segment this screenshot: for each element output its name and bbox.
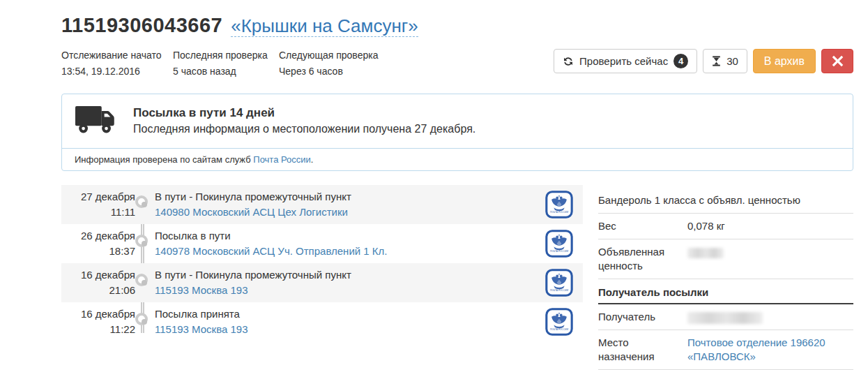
tracking-timeline: 27 декабря11:11 В пути - Покинула промеж… — [61, 185, 583, 370]
timeline-node — [135, 313, 148, 325]
event-status: Посылка в пути — [155, 228, 387, 244]
meta-last-check: Последняя проверка 5 часов назад — [173, 49, 279, 77]
event-status: В пути - Покинула промежуточный пункт — [155, 267, 351, 283]
event-datetime: 26 декабря18:37 — [61, 224, 135, 263]
meta-next-check: Следующая проверка Через 6 часов — [279, 49, 418, 77]
close-button[interactable] — [821, 49, 853, 73]
weight-row: Вес 0,078 кг — [598, 214, 853, 239]
recipient-name-redacted — [687, 312, 763, 324]
status-subtitle: Последняя информация о местоположении по… — [133, 123, 475, 135]
meta-tracking-started: Отслеживание начато 13:54, 19.12.2016 — [61, 49, 173, 77]
declared-value-row: Объявленная ценность — [598, 239, 853, 279]
check-count-badge: 4 — [673, 54, 688, 68]
check-now-button[interactable]: Проверить сейчас 4 — [554, 49, 697, 73]
russian-post-logo-icon[interactable]: ПОЧТА РОССИИ — [545, 230, 573, 258]
pochta-rossii-link[interactable]: Почта России — [253, 154, 311, 165]
weight-label: Вес — [598, 219, 687, 233]
meta-label: Отслеживание начато — [61, 49, 173, 61]
svg-text:ПОЧТА РОССИИ: ПОЧТА РОССИИ — [550, 289, 569, 292]
event-location-link[interactable]: 140978 Московский АСЦ Уч. Отправлений 1 … — [155, 244, 387, 259]
timeline-event: 16 декабря21:06 В пути - Покинула промеж… — [61, 263, 583, 302]
recipient-label: Получатель — [598, 310, 687, 324]
meta-value: 5 часов назад — [173, 65, 279, 77]
russian-post-logo-icon[interactable]: ПОЧТА РОССИИ — [545, 269, 573, 297]
timeline-event: 16 декабря11:22 Посылка принята 115193 М… — [61, 302, 583, 341]
meta-label: Последняя проверка — [173, 49, 279, 61]
footer-text: Информация проверена по сайтам служб — [75, 154, 253, 165]
timeline-node — [135, 235, 148, 247]
recipient-row: Получатель — [598, 304, 853, 330]
header-actions: Проверить сейчас 4 30 В архив — [554, 49, 853, 73]
svg-text:ПОЧТА РОССИИ: ПОЧТА РОССИИ — [550, 328, 569, 331]
close-icon — [831, 54, 844, 68]
archive-button[interactable]: В архив — [753, 49, 816, 73]
svg-text:ПОЧТА РОССИИ: ПОЧТА РОССИИ — [550, 211, 569, 214]
parcel-details-panel: Бандероль 1 класса с объявл. ценностью В… — [598, 188, 853, 370]
timer-value: 30 — [726, 55, 738, 67]
destination-link[interactable]: Почтовое отделение 196620 «ПАВЛОВСК» — [687, 336, 853, 364]
refresh-icon — [563, 56, 574, 67]
event-location-link[interactable]: 140980 Московский АСЦ Цех Логистики — [155, 205, 351, 220]
event-datetime: 27 декабря11:11 — [61, 185, 135, 224]
weight-value: 0,078 кг — [687, 219, 853, 233]
destination-label: Место назначения — [598, 336, 687, 364]
archive-label: В архив — [764, 55, 805, 68]
event-datetime: 16 декабря11:22 — [61, 302, 135, 341]
event-status: Посылка принята — [155, 306, 248, 322]
meta-value: Через 6 часов — [279, 65, 418, 77]
recipient-section-header: Получатель посылки — [598, 279, 853, 304]
meta-label: Следующая проверка — [279, 49, 418, 61]
timeline-node — [135, 274, 148, 286]
status-title: Посылка в пути 14 дней — [133, 106, 475, 120]
timeline-event: 27 декабря11:11 В пути - Покинула промеж… — [61, 185, 583, 224]
svg-text:ПОЧТА РОССИИ: ПОЧТА РОССИИ — [550, 250, 569, 253]
status-box: Посылка в пути 14 дней Последняя информа… — [61, 94, 853, 171]
event-status: В пути - Покинула промежуточный пункт — [155, 189, 351, 205]
tracking-number: 11519306043667 — [61, 14, 222, 37]
tracking-page: 11519306043667 «Крышки на Самсунг» Отсле… — [0, 0, 868, 370]
truck-icon — [75, 103, 118, 138]
meta-value: 13:54, 19.12.2016 — [61, 65, 173, 77]
status-footer: Информация проверена по сайтам служб Поч… — [62, 148, 853, 170]
parcel-type: Бандероль 1 класса с объявл. ценностью — [598, 193, 800, 207]
russian-post-logo-icon[interactable]: ПОЧТА РОССИИ — [545, 191, 573, 219]
event-datetime: 16 декабря21:06 — [61, 263, 135, 302]
event-location-link[interactable]: 115193 Москва 193 — [155, 283, 351, 298]
page-title: 11519306043667 «Крышки на Самсунг» — [61, 14, 853, 37]
check-now-label: Проверить сейчас — [579, 55, 668, 67]
destination-row: Место назначения Почтовое отделение 1966… — [598, 330, 853, 370]
parcel-type-row: Бандероль 1 класса с объявл. ценностью — [598, 188, 853, 214]
russian-post-logo-icon[interactable]: ПОЧТА РОССИИ — [545, 308, 573, 336]
event-location-link[interactable]: 115193 Москва 193 — [155, 322, 248, 337]
hourglass-icon — [712, 56, 721, 66]
package-label-link[interactable]: «Крышки на Самсунг» — [231, 16, 418, 37]
declared-value-redacted — [687, 248, 724, 258]
timeline-node — [135, 195, 148, 208]
timer-button[interactable]: 30 — [703, 49, 747, 73]
timeline-event: 26 декабря18:37 Посылка в пути 140978 Мо… — [61, 224, 583, 263]
declared-value-label: Объявленная ценность — [598, 245, 687, 273]
footer-suffix: . — [311, 154, 314, 165]
